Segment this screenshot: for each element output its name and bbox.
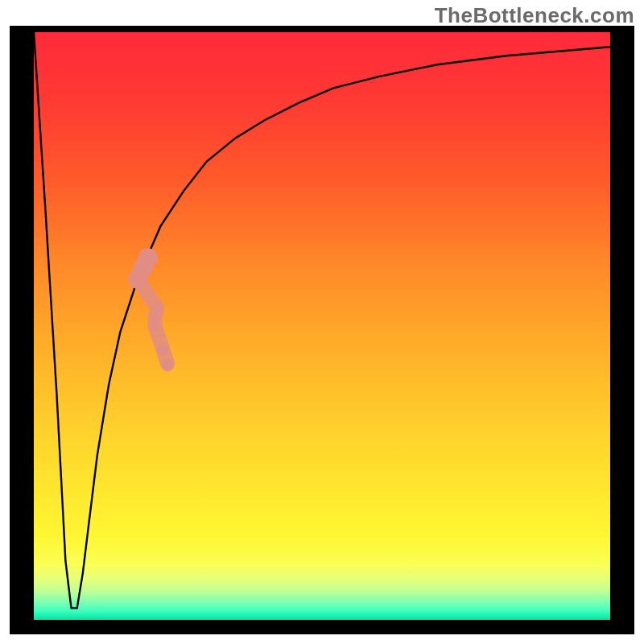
- bottleneck-chart: [0, 0, 644, 644]
- marker-dot: [152, 303, 162, 313]
- plot-area: [34, 32, 610, 620]
- chart-stage: TheBottleneck.com: [0, 0, 644, 644]
- marker-dot: [138, 248, 158, 267]
- marker-dot: [157, 344, 168, 355]
- marker-dot: [150, 312, 159, 322]
- attribution-text: TheBottleneck.com: [435, 3, 634, 28]
- marker-dot: [162, 358, 173, 369]
- marker-dot: [150, 321, 159, 331]
